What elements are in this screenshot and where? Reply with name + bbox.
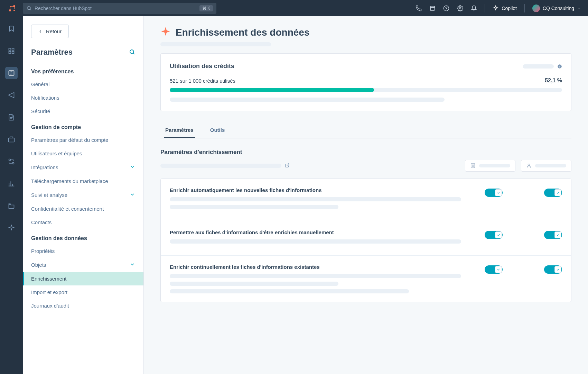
nav-marketing[interactable]	[5, 89, 18, 101]
check-icon	[497, 233, 500, 237]
topbar: ⌘ K Copilot CQ Consulting	[0, 0, 588, 16]
company-filter-button[interactable]	[465, 160, 515, 172]
tabs: ParamètresOutils	[160, 123, 571, 138]
check-icon	[556, 233, 560, 237]
svg-point-12	[9, 159, 11, 161]
help-icon[interactable]	[443, 5, 449, 11]
sidebar-item[interactable]: Sécurité	[23, 104, 143, 118]
sidebar-item-label: Journaux d'audit	[31, 303, 69, 309]
svg-point-2	[13, 10, 15, 11]
search-input[interactable]	[35, 6, 197, 11]
sidebar-item[interactable]: Objets	[23, 258, 143, 272]
toggle-switch[interactable]	[485, 189, 503, 197]
sidebar-item[interactable]: Contacts	[23, 216, 143, 229]
sidebar-item[interactable]: Enrichissement	[23, 272, 143, 285]
search-icon	[129, 49, 135, 55]
skeleton	[160, 42, 271, 46]
tab[interactable]: Outils	[209, 123, 226, 138]
setting-toggles	[485, 229, 562, 247]
check-icon	[556, 268, 560, 271]
skeleton	[170, 197, 461, 201]
person-icon	[526, 163, 532, 168]
toggle-switch[interactable]	[485, 265, 503, 274]
chevron-down-icon	[130, 192, 135, 198]
toggle-switch[interactable]	[544, 231, 562, 239]
svg-rect-8	[9, 52, 11, 54]
skeleton	[170, 289, 409, 293]
external-link-icon[interactable]	[285, 163, 290, 169]
nav-commerce[interactable]	[5, 133, 18, 146]
toggle-switch[interactable]	[485, 231, 503, 239]
skeleton	[170, 205, 338, 209]
enrichment-section-title: Paramètres d'enrichissement	[160, 149, 571, 156]
nav-bookmarks[interactable]	[5, 22, 18, 35]
credits-progressbar-fill	[170, 88, 374, 92]
sidebar-item-label: Contacts	[31, 219, 52, 225]
chevron-left-icon	[38, 29, 43, 34]
skeleton	[479, 164, 510, 167]
sidebar-item[interactable]: Journaux d'audit	[23, 299, 143, 312]
sidebar-item-label: Propriétés	[31, 248, 55, 254]
nav-content[interactable]	[5, 111, 18, 124]
enrichment-settings-card: Enrichir automatiquement les nouvelles f…	[160, 179, 571, 302]
nav-workspaces[interactable]	[5, 45, 18, 57]
sidebar-item-label: Objets	[31, 262, 46, 268]
sidebar-item[interactable]: Intégrations	[23, 160, 143, 174]
sidebar-item[interactable]: Suivi et analyse	[23, 188, 143, 202]
credits-text: 521 sur 1 000 crédits utilisés	[170, 78, 235, 84]
nav-crm[interactable]	[5, 67, 18, 79]
skeleton	[160, 164, 281, 168]
skeleton	[170, 98, 445, 102]
setting-row: Enrichir continuellement les fiches d'in…	[161, 256, 571, 302]
sidebar-section-title: Gestion des données	[23, 235, 143, 244]
sidebar-item[interactable]: Confidentialité et consentement	[23, 202, 143, 216]
sidebar-item-label: Enrichissement	[31, 276, 67, 282]
toggle-switch[interactable]	[544, 189, 562, 197]
sidebar-item[interactable]: Paramètres par défaut du compte	[23, 133, 143, 147]
phone-icon[interactable]	[416, 5, 422, 11]
global-search[interactable]: ⌘ K	[23, 3, 216, 14]
hubspot-logo[interactable]	[7, 4, 17, 12]
copilot-button[interactable]: Copilot	[493, 5, 517, 11]
setting-title: Enrichir continuellement les fiches d'in…	[170, 264, 476, 270]
back-label: Retour	[46, 28, 62, 34]
nav-automation[interactable]	[5, 155, 18, 168]
svg-point-13	[12, 163, 14, 164]
account-menu[interactable]: CQ Consulting	[532, 4, 581, 12]
credits-title: Utilisation des crédits	[170, 63, 234, 70]
sidebar-item[interactable]: Propriétés	[23, 244, 143, 258]
toggle-thumb	[495, 189, 502, 196]
sidebar-item[interactable]: Utilisateurs et équipes	[23, 147, 143, 160]
nav-library[interactable]	[5, 200, 18, 212]
credits-progressbar	[170, 88, 562, 92]
search-settings-button[interactable]	[129, 49, 135, 56]
marketplace-icon[interactable]	[429, 5, 436, 11]
sidebar-item-label: Suivi et analyse	[31, 192, 67, 198]
notifications-icon[interactable]	[471, 5, 477, 11]
tab[interactable]: Paramètres	[164, 123, 195, 138]
sidebar-item-label: Paramètres par défaut du compte	[31, 137, 108, 143]
sidebar-item[interactable]: Notifications	[23, 91, 143, 104]
building-icon	[470, 163, 476, 168]
nav-reporting[interactable]	[5, 177, 18, 190]
settings-title: Paramètres	[31, 48, 73, 57]
toggle-switch[interactable]	[544, 265, 562, 274]
back-button[interactable]: Retour	[31, 25, 69, 38]
chevron-down-icon	[130, 164, 135, 171]
sidebar-item[interactable]: Téléchargements du marketplace	[23, 174, 143, 188]
check-icon	[497, 268, 500, 271]
sidebar-item[interactable]: Général	[23, 77, 143, 91]
contact-filter-button[interactable]	[521, 160, 571, 172]
setting-row: Permettre aux fiches d'informations d'êt…	[161, 221, 571, 256]
svg-rect-16	[471, 164, 475, 168]
svg-rect-9	[12, 52, 14, 54]
check-icon	[556, 191, 560, 194]
nav-ai[interactable]	[5, 222, 18, 234]
skeleton	[170, 239, 461, 244]
toggle-thumb	[495, 231, 502, 238]
sidebar-item[interactable]: Import et export	[23, 285, 143, 299]
info-icon[interactable]	[557, 64, 562, 69]
main-content: Enrichissement des données Utilisation d…	[144, 16, 588, 374]
skeleton	[170, 274, 461, 278]
settings-icon[interactable]	[457, 5, 463, 11]
